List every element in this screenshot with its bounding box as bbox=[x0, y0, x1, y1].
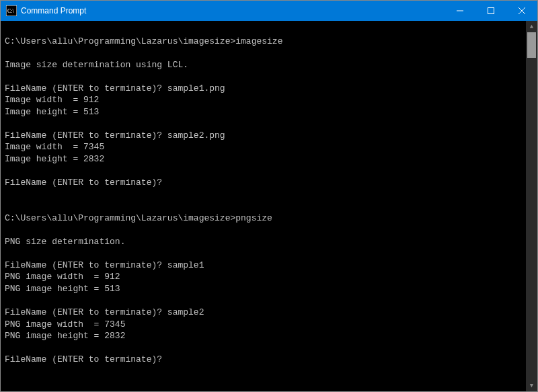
terminal-output[interactable]: C:\Users\allu\Programming\Lazarus\images… bbox=[1, 21, 526, 391]
terminal-line bbox=[5, 295, 522, 307]
terminal-line bbox=[5, 71, 522, 83]
terminal-line: Image width = 912 bbox=[5, 94, 522, 106]
terminal-line: Image height = 2832 bbox=[5, 153, 522, 165]
terminal-line bbox=[5, 24, 522, 36]
terminal-line: PNG image width = 7345 bbox=[5, 319, 522, 331]
minimize-button[interactable] bbox=[445, 1, 475, 21]
terminal-line bbox=[5, 224, 522, 236]
terminal-line bbox=[5, 47, 522, 59]
terminal-line: FileName (ENTER to terminate)? sample1 bbox=[5, 260, 522, 272]
terminal-line: Image width = 7345 bbox=[5, 141, 522, 153]
terminal-line bbox=[5, 377, 522, 389]
terminal-line: PNG image height = 2832 bbox=[5, 330, 522, 342]
terminal-line: PNG image height = 513 bbox=[5, 283, 522, 295]
terminal-line bbox=[5, 247, 522, 260]
terminal-line bbox=[5, 342, 522, 354]
terminal-line: Image height = 513 bbox=[5, 106, 522, 118]
vertical-scrollbar[interactable]: ▲ ▼ bbox=[526, 21, 537, 391]
terminal-line: FileName (ENTER to terminate)? sample1.p… bbox=[5, 83, 522, 95]
scroll-up-arrow[interactable]: ▲ bbox=[526, 21, 537, 32]
maximize-button[interactable] bbox=[475, 1, 506, 21]
scroll-down-arrow[interactable]: ▼ bbox=[526, 380, 537, 391]
content-area: C:\Users\allu\Programming\Lazarus\images… bbox=[1, 21, 537, 391]
terminal-line bbox=[5, 165, 522, 178]
terminal-line bbox=[5, 366, 522, 378]
svg-rect-3 bbox=[488, 8, 494, 14]
terminal-line: FileName (ENTER to terminate)? sample2.p… bbox=[5, 130, 522, 142]
terminal-line: Image size determination using LCL. bbox=[5, 59, 522, 71]
terminal-line bbox=[5, 189, 522, 201]
terminal-line: FileName (ENTER to terminate)? bbox=[5, 177, 522, 189]
terminal-line bbox=[5, 118, 522, 130]
window-controls bbox=[445, 1, 537, 21]
scroll-track[interactable] bbox=[526, 32, 537, 380]
terminal-line: PNG image width = 912 bbox=[5, 271, 522, 283]
terminal-line: C:\Users\allu\Programming\Lazarus\images… bbox=[5, 36, 522, 48]
terminal-line: C:\Users\allu\Programming\Lazarus\images… bbox=[5, 212, 522, 225]
cmd-icon: C:\ bbox=[6, 5, 17, 16]
window-titlebar[interactable]: C:\ Command Prompt bbox=[1, 1, 537, 21]
terminal-line: FileName (ENTER to terminate)? bbox=[5, 354, 522, 366]
window-title: Command Prompt bbox=[21, 6, 86, 15]
close-button[interactable] bbox=[506, 1, 537, 21]
svg-text:C:\: C:\ bbox=[7, 8, 15, 14]
terminal-line bbox=[5, 200, 522, 212]
terminal-line: C:\Users\allu\Programming\Lazarus\images… bbox=[5, 389, 522, 391]
terminal-line: FileName (ENTER to terminate)? sample2 bbox=[5, 307, 522, 319]
scroll-thumb[interactable] bbox=[527, 32, 536, 58]
terminal-line: PNG size determination. bbox=[5, 236, 522, 248]
